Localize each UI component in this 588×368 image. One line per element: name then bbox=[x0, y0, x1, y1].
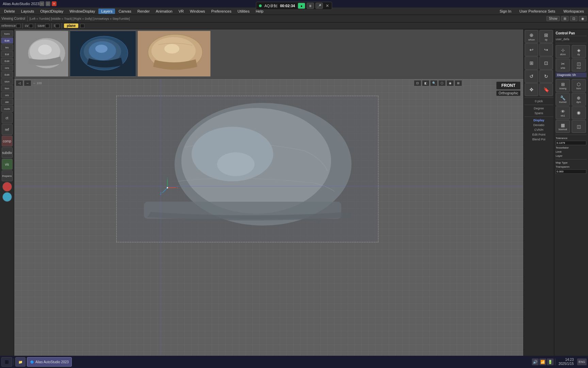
left-tool-ct[interactable]: ct bbox=[2, 112, 13, 123]
left-tool-les[interactable]: les bbox=[1, 44, 13, 50]
taskbar-clock[interactable]: 14:23 2025/1/15 bbox=[557, 358, 576, 366]
left-tool-comp[interactable]: comp bbox=[2, 136, 13, 147]
workspaces-button[interactable]: Workspaces bbox=[561, 9, 587, 14]
frp-btn-sfcnn[interactable]: ⊹ sfcnn bbox=[556, 45, 570, 58]
save-checkbox[interactable] bbox=[45, 24, 49, 28]
taskbar-date: 2025/1/15 bbox=[559, 362, 574, 366]
left-tool-color-a[interactable] bbox=[2, 182, 12, 191]
rp-icon-redo[interactable]: ↪ bbox=[539, 43, 553, 56]
left-tool-vis[interactable]: vis bbox=[2, 159, 13, 170]
preference-sets-button[interactable]: User Preference Sets bbox=[517, 9, 558, 14]
frp-btn-mul[interactable]: ◫ mul bbox=[572, 59, 586, 72]
left-tool-edit-3[interactable]: Edit bbox=[1, 58, 13, 64]
rp-icon-undo[interactable]: ↩ bbox=[525, 43, 538, 56]
reference-image-3[interactable] bbox=[137, 31, 211, 77]
rp-icon-bookmark[interactable]: 🔖 bbox=[539, 83, 553, 96]
show-button[interactable]: Show bbox=[546, 16, 560, 21]
menu-utilities[interactable]: Utilities bbox=[235, 9, 252, 14]
menu-windowdisplay[interactable]: WindowDisplay bbox=[67, 9, 98, 14]
close-button[interactable]: ✕ bbox=[52, 1, 56, 6]
taskbar-app-autostudio[interactable]: 🔷 Alias AutoStudio 2023 bbox=[27, 357, 72, 367]
left-tool-ouds[interactable]: ouds bbox=[1, 106, 13, 112]
record-button[interactable]: ● bbox=[298, 3, 305, 9]
minimize-button[interactable]: ─ bbox=[39, 1, 44, 6]
left-tool-ors[interactable]: ors bbox=[1, 92, 13, 98]
menu-delete[interactable]: Delete bbox=[1, 9, 18, 14]
vp-ctrl-1[interactable]: ⊡ bbox=[414, 80, 421, 86]
menu-objectdisplay[interactable]: ObjectDisplay bbox=[37, 9, 66, 14]
vp-ctrl-6[interactable]: ⊞ bbox=[455, 80, 462, 86]
left-tool-edit-1[interactable]: Edit bbox=[1, 37, 13, 44]
frp-btn-isoang[interactable]: ⊞ isoang bbox=[556, 79, 570, 92]
pause-button[interactable]: ⏸ bbox=[307, 3, 314, 9]
frp-btn-vis1[interactable]: 👁 vis1 bbox=[556, 106, 570, 119]
reference-image-1[interactable] bbox=[16, 31, 68, 77]
menu-canvas[interactable]: Canvas bbox=[116, 9, 134, 14]
toolbar-icon-1[interactable]: ⊞ bbox=[561, 16, 569, 21]
menu-animation[interactable]: Animation bbox=[153, 9, 175, 14]
vp-ctrl-2[interactable]: ◧ bbox=[422, 80, 429, 86]
vp-nav-cursor[interactable]: ↔ bbox=[24, 80, 31, 86]
vp-ctrl-4[interactable]: ⬡ bbox=[438, 80, 446, 86]
edit-point-label: Edit Point bbox=[524, 133, 553, 137]
frp-btn-dummy[interactable]: ◫ bbox=[572, 120, 586, 133]
systray-sound[interactable]: 🔊 bbox=[532, 358, 539, 365]
plane-checkbox[interactable] bbox=[80, 24, 84, 28]
rp-icon-frame[interactable]: ⊡ bbox=[539, 57, 553, 70]
cv-checkbox[interactable] bbox=[29, 24, 33, 28]
left-tool-ces[interactable]: ces bbox=[1, 65, 13, 71]
toolbar-icon-3[interactable]: ◉ bbox=[579, 16, 587, 21]
menu-layers[interactable]: Layers bbox=[98, 9, 115, 14]
rp-icon-rotate-l[interactable]: ↺ bbox=[525, 70, 538, 83]
left-tool-thspans[interactable]: thspans bbox=[2, 170, 13, 181]
frp-btn-trunnel[interactable]: 🔧 trunnel bbox=[556, 93, 570, 106]
mic-button[interactable]: 🎤 bbox=[315, 3, 323, 9]
left-tool-ate[interactable]: ate bbox=[1, 99, 13, 105]
menu-preferences[interactable]: Preferences bbox=[209, 9, 234, 14]
viewport-3d[interactable]: X Y Z FRONT Orthographic ◁ ↔ bbox=[14, 79, 523, 368]
left-tool-form[interactable]: form bbox=[1, 31, 13, 37]
left-tool-color-b[interactable] bbox=[2, 192, 12, 202]
frp-btn-dy[interactable]: ◈ dy bbox=[572, 45, 586, 58]
menu-windows[interactable]: Windows bbox=[187, 9, 208, 14]
vp-ctrl-5[interactable]: ◉ bbox=[446, 80, 454, 86]
rp-icon-dy[interactable]: ⊞ dy bbox=[539, 30, 553, 43]
refbar-save: save bbox=[37, 24, 49, 28]
rp-icon-grid[interactable]: ⊞ bbox=[525, 57, 538, 70]
t-checkbox[interactable] bbox=[55, 24, 60, 28]
left-tool-subdiv[interactable]: subdiv bbox=[2, 147, 13, 158]
sign-in-button[interactable]: Sign In bbox=[497, 9, 514, 14]
taskbar-app-explorer[interactable]: 📁 bbox=[15, 357, 26, 367]
reference-image-2[interactable] bbox=[70, 31, 136, 77]
limit-row: Limit bbox=[556, 150, 587, 153]
left-tool-edit-4[interactable]: Edit bbox=[1, 72, 13, 78]
recording-close-button[interactable]: ✕ bbox=[326, 3, 329, 8]
menu-layouts[interactable]: Layouts bbox=[18, 9, 37, 14]
trunnel-label: trunnel bbox=[559, 101, 566, 103]
frp-btn-empty[interactable]: ◉ bbox=[572, 106, 586, 119]
maximize-button[interactable]: □ bbox=[46, 1, 50, 6]
frp-btn-horv[interactable]: ⬡ horv bbox=[572, 79, 586, 92]
menu-vr[interactable]: VR bbox=[176, 9, 186, 14]
frp-btn-dym[interactable]: ⊕ dym bbox=[572, 93, 586, 106]
transparent-value-field[interactable] bbox=[556, 169, 586, 174]
start-button[interactable]: ⊞ bbox=[1, 357, 12, 367]
left-tool-edit-2[interactable]: Edt bbox=[1, 51, 13, 57]
rp-icon-rotate-r[interactable]: ↻ bbox=[539, 70, 553, 83]
left-tool-sion[interactable]: sion bbox=[1, 78, 13, 85]
plane-highlight[interactable]: plane bbox=[64, 24, 78, 28]
frp-btn-boxmod[interactable]: ▦ boxmod bbox=[556, 120, 570, 133]
rp-icon-srfcon[interactable]: ⊕ srfcon bbox=[525, 30, 538, 43]
systray-battery[interactable]: 🔋 bbox=[547, 358, 554, 365]
left-tool-tion[interactable]: tion bbox=[1, 85, 13, 91]
systray-network[interactable]: 📶 bbox=[539, 358, 546, 365]
tolerance-value-field[interactable] bbox=[556, 141, 586, 145]
toolbar-icon-2[interactable]: ⊡ bbox=[570, 16, 577, 21]
left-tool-ref[interactable]: ref bbox=[2, 124, 13, 135]
vp-nav-prev[interactable]: ◁ bbox=[16, 80, 23, 86]
vp-ctrl-3[interactable]: 🔍 bbox=[430, 80, 438, 86]
reference-checkbox[interactable] bbox=[16, 24, 20, 28]
menu-render[interactable]: Render bbox=[135, 9, 152, 14]
rp-icon-move[interactable]: ✥ bbox=[525, 83, 538, 96]
frp-btn-cut[interactable]: ✂ srfst bbox=[556, 59, 570, 72]
